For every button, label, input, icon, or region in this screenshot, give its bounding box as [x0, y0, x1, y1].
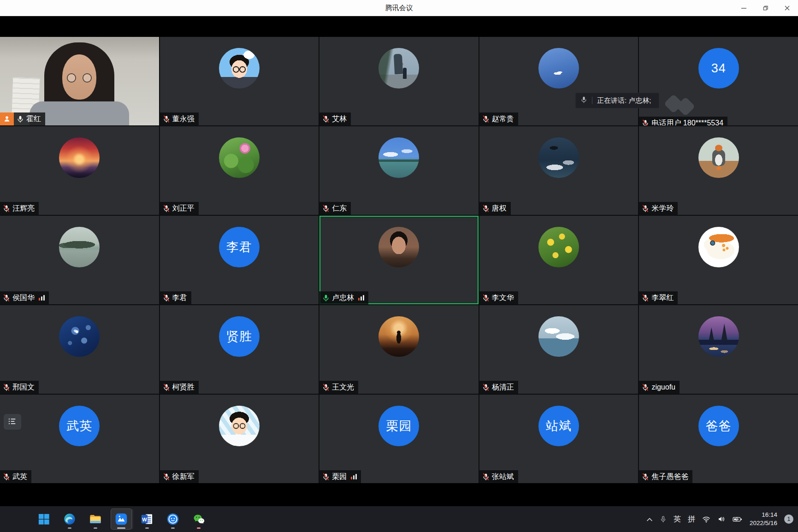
- participant-name: ziguofu: [651, 383, 675, 391]
- photo-avatar: [538, 137, 579, 178]
- name-label-row: 栗园: [319, 470, 361, 483]
- participant-tile[interactable]: 赵常贵: [479, 37, 638, 125]
- network-signal-icon: [358, 295, 364, 301]
- mic-muted-icon: [482, 205, 490, 212]
- window-controls: [733, 0, 798, 16]
- participant-name: 李文华: [492, 293, 514, 303]
- participant-tile[interactable]: 杨清正: [479, 305, 638, 394]
- ime-pinyin-indicator[interactable]: 拼: [688, 514, 695, 524]
- photo-avatar: [59, 137, 100, 178]
- name-label-row: 李文华: [479, 291, 518, 304]
- mic-muted-icon: [642, 205, 649, 212]
- participant-tile[interactable]: 武英武英: [0, 395, 159, 483]
- participant-name: 赵常贵: [492, 114, 514, 124]
- participant-tile[interactable]: 李文华: [479, 216, 638, 304]
- mic-muted-icon: [3, 473, 10, 480]
- mic-muted-icon: [482, 294, 490, 301]
- restore-button[interactable]: [755, 0, 776, 16]
- battery-charging-icon[interactable]: [733, 516, 743, 523]
- participant-label: 徐新军: [160, 470, 199, 483]
- participant-tile[interactable]: 米学玲: [639, 126, 798, 215]
- participant-tile[interactable]: 王文光: [319, 305, 479, 394]
- participant-tile[interactable]: 侯国华: [0, 216, 159, 304]
- participant-tile[interactable]: 李君李君: [160, 216, 319, 304]
- participant-tile[interactable]: ziguofu: [639, 305, 798, 394]
- name-label-row: 武英: [0, 470, 31, 483]
- name-label-row: 汪辉亮: [0, 202, 39, 215]
- participant-tile[interactable]: 刘正平: [160, 126, 319, 215]
- participant-tile[interactable]: 汪辉亮: [0, 126, 159, 215]
- wifi-icon[interactable]: [702, 516, 710, 523]
- taskbar-edge-browser[interactable]: [59, 508, 80, 530]
- photo-avatar: [698, 137, 739, 178]
- taskbar-word[interactable]: W: [136, 508, 158, 530]
- participant-label: 唐权: [479, 202, 511, 215]
- taskbar-file-explorer[interactable]: [85, 508, 106, 530]
- participant-label: 柯贤胜: [160, 381, 199, 394]
- running-indicator: [197, 527, 201, 529]
- ime-language-indicator[interactable]: 英: [674, 514, 681, 524]
- participant-name: 唐权: [492, 204, 507, 213]
- minimize-button[interactable]: [733, 0, 755, 16]
- taskbar-robot-app[interactable]: [162, 508, 183, 530]
- photo-avatar: [378, 227, 419, 267]
- participant-label: 邢国文: [0, 381, 39, 394]
- participant-name: 米学玲: [651, 204, 674, 213]
- mic-muted-icon: [642, 384, 649, 391]
- participant-tile[interactable]: 仁东: [319, 126, 479, 215]
- taskbar-tencent-meeting[interactable]: [111, 508, 132, 530]
- participant-tile[interactable]: 贤胜柯贤胜: [160, 305, 319, 394]
- participant-name: 刘正平: [172, 204, 195, 213]
- photo-avatar: [59, 316, 100, 357]
- speaking-toast: 正在讲话: 卢忠林;: [575, 93, 659, 108]
- initials-avatar: 站斌: [538, 406, 579, 446]
- participant-tile[interactable]: 霍红: [0, 37, 159, 125]
- name-label-row: 霍红: [0, 112, 45, 125]
- name-label-row: 仁东: [319, 202, 351, 215]
- close-button[interactable]: [776, 0, 798, 16]
- tray-microphone-icon[interactable]: [660, 515, 667, 523]
- toast-divider: [592, 97, 592, 104]
- name-label-row: 李翠红: [639, 291, 678, 304]
- photo-avatar: [538, 227, 579, 267]
- participant-tile[interactable]: 卢忠林: [319, 216, 479, 304]
- photo-avatar: [378, 48, 419, 89]
- notification-badge[interactable]: 1: [784, 514, 793, 524]
- taskbar-wechat[interactable]: [188, 508, 209, 530]
- volume-icon[interactable]: [717, 515, 726, 523]
- mic-muted-icon: [163, 384, 170, 391]
- initials-avatar: 李君: [219, 227, 260, 267]
- participant-name: 王文光: [332, 383, 354, 392]
- mic-muted-icon: [163, 205, 170, 212]
- name-label-row: 焦子愚爸爸: [639, 470, 692, 483]
- participant-tile[interactable]: 艾林: [319, 37, 479, 125]
- name-label-row: 柯贤胜: [160, 381, 199, 394]
- name-label-row: 赵常贵: [479, 112, 518, 125]
- participant-tile[interactable]: 站斌张站斌: [479, 395, 638, 483]
- participant-tile[interactable]: 徐新军: [160, 395, 319, 483]
- participant-tile[interactable]: 邢国文: [0, 305, 159, 394]
- participant-name: 李君: [172, 293, 187, 303]
- participant-tile[interactable]: 李翠红: [639, 216, 798, 304]
- participant-name: 徐新军: [172, 472, 195, 482]
- member-list-button[interactable]: [4, 414, 21, 430]
- participant-tile[interactable]: 栗园栗园: [319, 395, 479, 483]
- taskbar-clock[interactable]: 16:14 2022/5/16: [750, 511, 777, 527]
- initials-avatar: 34: [698, 48, 739, 89]
- participant-tile[interactable]: 爸爸焦子愚爸爸: [639, 395, 798, 483]
- participant-name: 卢忠林: [332, 293, 354, 303]
- mic-muted-icon: [322, 205, 330, 212]
- participant-label: ziguofu: [639, 381, 680, 394]
- participant-tile[interactable]: 董永强: [160, 37, 319, 125]
- participant-label: 张站斌: [479, 470, 518, 483]
- participant-label: 董永强: [160, 112, 199, 125]
- microphone-icon: [580, 96, 587, 105]
- participant-name: 张站斌: [492, 472, 514, 482]
- photo-avatar: [219, 137, 260, 178]
- name-label-row: 李君: [160, 291, 191, 304]
- taskbar-windows-start[interactable]: [33, 508, 54, 530]
- participant-name: 艾林: [332, 114, 347, 124]
- participant-label: 米学玲: [639, 202, 678, 215]
- tray-chevron-up-icon[interactable]: [646, 517, 653, 521]
- participant-tile[interactable]: 唐权: [479, 126, 638, 215]
